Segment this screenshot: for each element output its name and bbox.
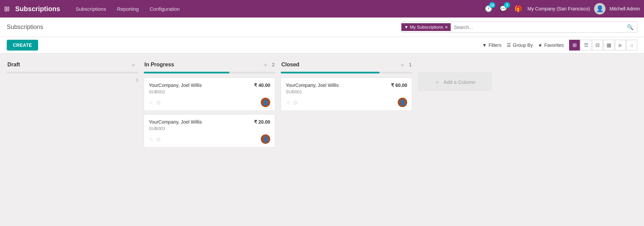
- nav-reporting[interactable]: Reporting: [112, 4, 143, 14]
- app-brand: Subscriptions: [15, 5, 60, 13]
- top-navigation: ⊞ Subscriptions Subscriptions Reporting …: [0, 0, 644, 18]
- column-draft: Draft ＋ 0: [7, 60, 138, 83]
- line-chart-view-button[interactable]: ⫸: [615, 40, 626, 51]
- username: Mitchell Admin: [610, 6, 640, 11]
- card-sub001-star-icon[interactable]: ☆: [286, 99, 290, 106]
- subheader: Subscriptions ▼ My Subscriptions ✕ 🔍: [0, 18, 644, 37]
- filter-tag-close[interactable]: ✕: [445, 25, 448, 30]
- column-in-progress-count: 2: [272, 62, 275, 67]
- bar-chart-view-button[interactable]: ▦: [604, 40, 614, 51]
- notifications-button[interactable]: 🕐 13: [483, 3, 494, 14]
- kanban-board: Draft ＋ 0 In Progress ＋ 2 YourCompany, J…: [0, 54, 644, 226]
- card-sub003-avatar: 👤: [261, 134, 270, 144]
- column-closed-add-button[interactable]: ＋: [398, 60, 407, 69]
- create-button[interactable]: CREATE: [7, 40, 38, 51]
- card-sub002-amount: ₹ 40.00: [254, 83, 270, 88]
- active-filter-tag[interactable]: ▼ My Subscriptions ✕: [401, 23, 451, 31]
- card-sub003-footer: ☆ ⊙ 👤: [149, 134, 270, 144]
- groupby-label: Group By: [513, 42, 533, 48]
- groupby-button[interactable]: ☰ Group By: [507, 42, 533, 48]
- add-column-plus-icon: ＋: [434, 77, 441, 87]
- card-sub003-title: YourCompany, Joel Willis: [149, 119, 202, 125]
- card-sub002-title: YourCompany, Joel Willis: [149, 83, 202, 88]
- column-in-progress-progress-bar: [144, 72, 275, 73]
- filter-group: ▼ Filters ☰ Group By ★ Favorites: [482, 42, 564, 48]
- notification-badge: 13: [489, 2, 495, 8]
- filters-label: Filters: [488, 42, 501, 48]
- page-title: Subscriptions: [7, 24, 401, 31]
- column-closed-cards: YourCompany, Joel Willis ₹ 60.00 SUB001 …: [281, 77, 412, 111]
- card-sub002-top: YourCompany, Joel Willis ₹ 40.00: [149, 83, 270, 88]
- column-draft-add-button[interactable]: ＋: [129, 60, 138, 69]
- column-closed-header: Closed ＋ 1: [281, 60, 412, 69]
- groupby-icon: ☰: [507, 42, 511, 48]
- column-closed-title: Closed: [281, 62, 398, 68]
- filter-funnel-icon: ▼: [482, 42, 487, 48]
- grid-menu-icon[interactable]: ⊞: [4, 5, 10, 13]
- card-sub001-amount: ₹ 60.00: [391, 83, 407, 88]
- toolbar-left: CREATE: [7, 40, 38, 51]
- card-sub001-avatar: 👤: [398, 98, 407, 107]
- card-sub003-activity-icon[interactable]: ⊙: [156, 136, 161, 142]
- messages-button[interactable]: 💬 3: [498, 3, 509, 14]
- column-closed: Closed ＋ 1 YourCompany, Joel Willis ₹ 60…: [281, 60, 412, 111]
- card-sub002-avatar: 👤: [261, 98, 270, 107]
- card-sub002[interactable]: YourCompany, Joel Willis ₹ 40.00 SUB002 …: [144, 77, 275, 111]
- toolbar-right: ▼ Filters ☰ Group By ★ Favorites ⊞ ☰ ⊟ ▦…: [482, 40, 637, 51]
- column-closed-progress-bar: [281, 72, 412, 73]
- company-name: My Company (San Francisco): [528, 6, 590, 11]
- card-sub002-activity-icon[interactable]: ⊙: [156, 99, 161, 106]
- nav-subscriptions[interactable]: Subscriptions: [71, 4, 111, 14]
- search-input[interactable]: [451, 23, 623, 32]
- card-sub002-star-icon[interactable]: ☆: [149, 99, 153, 106]
- card-sub003-code: SUB003: [149, 126, 270, 131]
- top-menu: Subscriptions Reporting Configuration: [71, 4, 480, 14]
- grid-view-button[interactable]: ⊟: [592, 40, 603, 51]
- user-avatar[interactable]: 👤: [594, 3, 606, 14]
- star-icon: ★: [538, 42, 542, 48]
- add-column-button[interactable]: ＋ Add a Column: [418, 72, 492, 91]
- column-draft-header: Draft ＋: [7, 60, 138, 69]
- filter-icon: ▼: [404, 25, 409, 30]
- filter-tag-label: My Subscriptions: [410, 25, 443, 30]
- gift-button[interactable]: 🎁: [513, 3, 524, 14]
- column-in-progress-title: In Progress: [144, 62, 261, 68]
- column-draft-title: Draft: [7, 62, 129, 68]
- view-switcher: ⊞ ☰ ⊟ ▦ ⫸ ○: [569, 40, 637, 51]
- column-in-progress-fill: [144, 72, 229, 73]
- card-sub002-icons: ☆ ⊙: [149, 99, 161, 106]
- activity-view-button[interactable]: ○: [626, 40, 637, 51]
- card-sub003[interactable]: YourCompany, Joel Willis ₹ 20.00 SUB003 …: [144, 114, 275, 148]
- card-sub003-top: YourCompany, Joel Willis ₹ 20.00: [149, 119, 270, 125]
- messages-badge: 3: [504, 2, 510, 8]
- search-bar: ▼ My Subscriptions ✕ 🔍: [401, 22, 637, 33]
- kanban-view-button[interactable]: ⊞: [569, 40, 580, 51]
- card-sub001-top: YourCompany, Joel Willis ₹ 60.00: [286, 83, 407, 88]
- card-sub001-activity-icon[interactable]: ⊙: [293, 99, 298, 106]
- add-column-label: Add a Column: [443, 79, 475, 85]
- toolbar: CREATE ▼ Filters ☰ Group By ★ Favorites …: [0, 37, 644, 54]
- list-view-button[interactable]: ☰: [581, 40, 591, 51]
- card-sub002-footer: ☆ ⊙ 👤: [149, 98, 270, 107]
- card-sub001-title: YourCompany, Joel Willis: [286, 83, 339, 88]
- column-in-progress-add-button[interactable]: ＋: [261, 60, 270, 69]
- favorites-button[interactable]: ★ Favorites: [538, 42, 564, 48]
- column-draft-progress-bar: [7, 72, 138, 73]
- column-draft-count: 0: [136, 77, 138, 83]
- gift-icon: 🎁: [514, 5, 522, 12]
- card-sub001[interactable]: YourCompany, Joel Willis ₹ 60.00 SUB001 …: [281, 77, 412, 111]
- column-in-progress: In Progress ＋ 2 YourCompany, Joel Willis…: [144, 60, 275, 148]
- card-sub003-amount: ₹ 20.00: [254, 119, 270, 125]
- nav-configuration[interactable]: Configuration: [145, 4, 184, 14]
- card-sub002-code: SUB002: [149, 89, 270, 94]
- card-sub001-code: SUB001: [286, 89, 407, 94]
- column-closed-fill: [281, 72, 380, 73]
- column-in-progress-cards: YourCompany, Joel Willis ₹ 40.00 SUB002 …: [144, 77, 275, 148]
- card-sub003-icons: ☆ ⊙: [149, 136, 161, 142]
- card-sub003-star-icon[interactable]: ☆: [149, 136, 153, 142]
- filters-button[interactable]: ▼ Filters: [482, 42, 501, 48]
- favorites-label: Favorites: [544, 42, 564, 48]
- card-sub001-icons: ☆ ⊙: [286, 99, 298, 106]
- column-closed-count: 1: [409, 62, 412, 67]
- search-button[interactable]: 🔍: [623, 22, 637, 32]
